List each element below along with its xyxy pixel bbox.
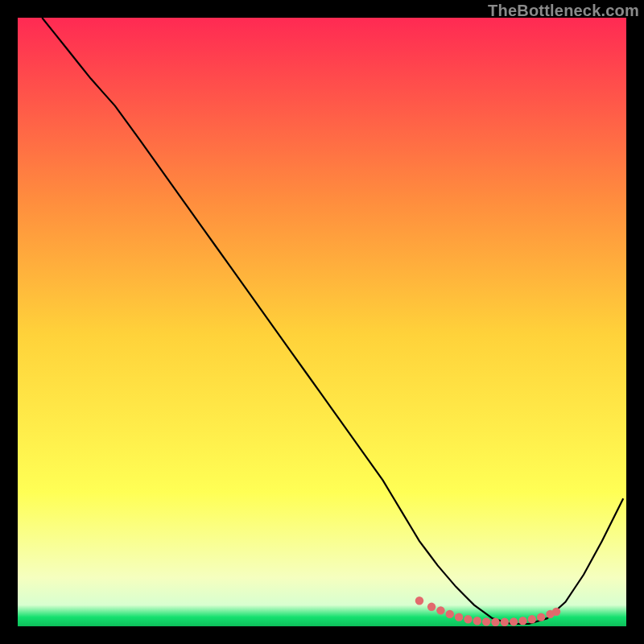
chart-marker <box>427 603 436 611</box>
chart-marker <box>446 610 454 618</box>
chart-marker <box>491 618 499 626</box>
chart-marker <box>537 613 545 621</box>
chart-marker <box>482 617 490 625</box>
chart-marker <box>518 617 526 625</box>
chart-plot-area <box>18 18 626 626</box>
chart-marker <box>473 617 481 625</box>
chart-marker <box>501 618 509 626</box>
chart-marker <box>552 608 560 616</box>
chart-svg <box>18 18 626 626</box>
chart-background <box>18 18 626 626</box>
chart-marker <box>455 613 463 621</box>
chart-marker <box>464 615 472 623</box>
watermark-text: TheBottleneck.com <box>488 2 639 20</box>
chart-marker <box>436 606 444 614</box>
chart-marker <box>510 617 518 625</box>
chart-marker <box>415 597 423 605</box>
chart-frame: TheBottleneck.com <box>0 0 644 644</box>
chart-marker <box>528 615 536 623</box>
